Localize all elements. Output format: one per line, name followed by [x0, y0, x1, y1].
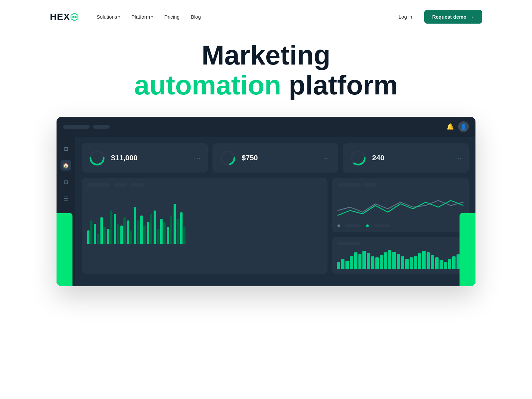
- legend-dot-grey: [337, 224, 340, 227]
- bar-primary: [160, 219, 163, 244]
- mini-bar: [380, 255, 383, 269]
- bar-secondary: [143, 225, 146, 244]
- kpi-ring-3: [349, 149, 367, 167]
- kpi-more-1[interactable]: ···: [194, 155, 201, 162]
- mini-bar: [375, 257, 379, 269]
- bar-primary: [147, 222, 149, 244]
- bar-primary: [100, 217, 103, 244]
- bar-chart-card: [82, 178, 328, 274]
- bar-group: [87, 220, 92, 244]
- avatar: 👤: [458, 121, 469, 132]
- nav-platform[interactable]: Platform ▾: [127, 11, 158, 22]
- legend-label-1: [345, 224, 361, 227]
- sidebar-icon-grid[interactable]: ⊞: [61, 143, 71, 154]
- bell-icon: 🔔: [446, 122, 455, 131]
- mini-bar: [410, 257, 413, 269]
- mini-bar: [452, 256, 456, 269]
- bar-secondary: [130, 230, 132, 244]
- mini-bar: [350, 256, 353, 269]
- navbar: HEX Solutions ▾ Platform ▾ Pricing Blog …: [50, 0, 482, 34]
- login-button[interactable]: Log in: [392, 11, 419, 23]
- mini-bar: [354, 252, 357, 269]
- bar-chart: [87, 191, 322, 244]
- dashboard-main: $11,000 ··· $750 ···: [75, 137, 475, 286]
- mini-bar-chart: [337, 249, 464, 269]
- hero-section: Marketing automation platform 🔔 👤: [50, 34, 482, 286]
- topbar-right: 🔔 👤: [446, 121, 469, 132]
- bar-secondary: [150, 214, 152, 244]
- dashboard-topbar: 🔔 👤: [57, 117, 475, 137]
- topbar-pill-1: [63, 125, 90, 129]
- mini-bar: [345, 261, 349, 269]
- mini-bar-chart-card: [332, 237, 469, 274]
- bar-primary: [107, 229, 109, 244]
- bar-primary: [94, 224, 96, 244]
- bar-group: [147, 214, 152, 244]
- nav-links: Solutions ▾ Platform ▾ Pricing Blog: [92, 11, 392, 22]
- request-demo-button[interactable]: Request demo →: [424, 10, 482, 24]
- arrow-right-icon: →: [469, 14, 474, 20]
- bar-group: [174, 204, 179, 244]
- mini-bar: [414, 256, 417, 269]
- kpi-more-3[interactable]: ···: [455, 155, 462, 162]
- dashboard-mockup: 🔔 👤 ⊞ 🏠 ⊡ ☰ ◧ 📅 💬: [57, 117, 475, 286]
- legend-dot-green: [366, 224, 369, 227]
- legend-label-2: [373, 224, 390, 227]
- bar-group: [107, 210, 112, 244]
- mini-bar: [418, 253, 422, 269]
- bar-secondary: [90, 220, 92, 244]
- dashboard-content: ⊞ 🏠 ⊡ ☰ ◧ 📅 💬: [57, 137, 475, 286]
- bar-group: [180, 212, 186, 244]
- bar-group: [114, 214, 119, 244]
- mini-bar: [388, 250, 392, 269]
- hero-title: Marketing automation platform: [134, 40, 398, 100]
- line-label-pill-1: [337, 183, 361, 187]
- topbar-left: [63, 125, 110, 129]
- label-pill-2: [114, 183, 127, 187]
- mini-bar: [371, 256, 374, 269]
- mini-bar: [422, 251, 426, 269]
- logo[interactable]: HEX: [50, 12, 79, 22]
- mini-bar: [384, 252, 387, 269]
- nav-pricing[interactable]: Pricing: [160, 11, 184, 22]
- mini-bar: [337, 262, 340, 269]
- bar-secondary: [123, 217, 126, 244]
- bar-secondary: [97, 234, 99, 244]
- label-pill-1: [87, 183, 110, 187]
- mini-bar: [362, 251, 366, 269]
- bottom-row: [82, 178, 469, 274]
- bar-chart-labels: [87, 183, 322, 187]
- mini-bar: [448, 259, 452, 269]
- bar-primary: [180, 212, 183, 244]
- kpi-value-2: $750: [242, 154, 258, 162]
- bar-secondary: [117, 224, 119, 244]
- mini-label-pill: [337, 242, 360, 245]
- sidebar-icon-list[interactable]: ☰: [61, 193, 71, 204]
- nav-blog[interactable]: Blog: [186, 11, 205, 22]
- nav-solutions[interactable]: Solutions ▾: [92, 11, 125, 22]
- bar-secondary: [157, 229, 159, 244]
- sidebar-icon-home[interactable]: 🏠: [61, 160, 71, 171]
- mini-bar: [397, 254, 400, 269]
- bar-group: [94, 224, 99, 244]
- bar-primary: [120, 225, 123, 244]
- mini-bar: [427, 252, 430, 269]
- mini-bar: [405, 259, 409, 269]
- mini-chart-labels: [337, 242, 464, 245]
- mini-bar: [444, 262, 447, 269]
- bar-group: [140, 215, 146, 244]
- mini-bar: [435, 257, 439, 269]
- label-pill-3: [130, 183, 144, 187]
- bar-primary: [114, 214, 116, 244]
- bar-secondary: [137, 220, 139, 244]
- mini-bar: [358, 254, 362, 269]
- mini-bar: [367, 253, 370, 269]
- bar-primary: [134, 207, 136, 244]
- kpi-more-2[interactable]: ···: [325, 155, 332, 162]
- green-accent-left: [57, 213, 72, 286]
- bar-secondary: [103, 227, 106, 244]
- sidebar-icon-table[interactable]: ⊡: [61, 177, 71, 187]
- bar-group: [160, 219, 166, 244]
- bar-group: [127, 220, 132, 244]
- bar-group: [120, 217, 126, 244]
